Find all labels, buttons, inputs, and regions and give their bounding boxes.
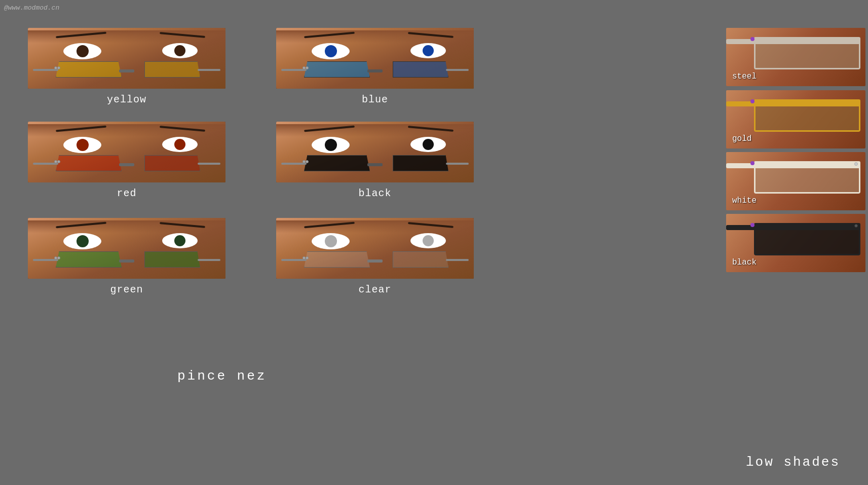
pince-nez-yellow-image [28,28,225,89]
label-blue: blue [362,94,388,105]
label-green: green [110,284,143,295]
lens-red-left [56,155,122,171]
pince-nez-red-image [28,122,225,182]
label-shades-black: black [732,258,757,267]
low-shades-gold-cell: gold [726,90,865,148]
lens-blue-right [393,61,448,78]
low-shades-black-cell: black [726,214,865,272]
pince-nez-yellow-cell: yellow [28,28,225,105]
low-shades-title: low shades [746,455,840,470]
lens-green-left [56,251,122,268]
lens-yellow-right [144,61,200,78]
pince-nez-red-cell: red [28,122,225,199]
low-shades-steel-cell: steel [726,28,865,86]
label-gold: gold [732,134,751,143]
lens-red-right [144,155,200,171]
pince-nez-blue-cell: blue [276,28,474,105]
pince-nez-clear-cell: clear [276,218,474,295]
low-shades-white-cell: white [726,152,865,210]
lens-green-right [144,251,200,268]
label-clear: clear [358,284,391,295]
pince-nez-black-image [276,122,474,182]
pince-nez-black-cell: black [276,122,474,199]
pince-nez-blue-image [276,28,474,89]
label-black: black [358,188,391,199]
lens-clear-right [393,251,448,268]
label-white: white [732,196,757,205]
watermark: @www.modmod.cn [4,4,59,12]
pince-nez-title: pince nez [177,368,267,384]
lens-blue-left [304,61,370,78]
lens-yellow-left [56,61,122,78]
lens-black-right [393,155,448,171]
label-yellow: yellow [107,94,146,105]
nose-bridge-yellow [119,69,134,72]
pince-nez-green-cell: green [28,218,225,295]
pince-nez-clear-image [276,218,474,279]
label-red: red [117,188,136,199]
pince-nez-green-image [28,218,225,279]
lens-black-left [304,155,370,171]
lens-clear-left [304,251,370,268]
label-steel: steel [732,72,757,81]
